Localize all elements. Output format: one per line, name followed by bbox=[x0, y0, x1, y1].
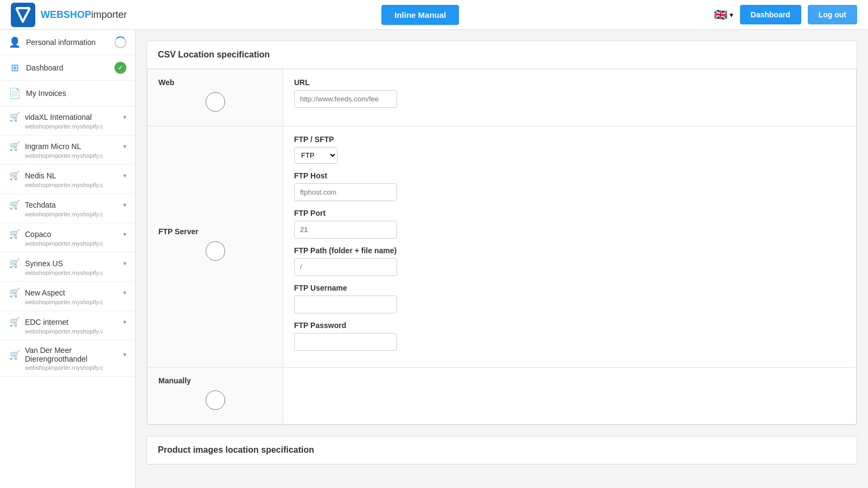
sidebar-store-edc[interactable]: 🛒 EDC internet ▾ webshopimporter.myshopi… bbox=[0, 311, 135, 341]
body-layout: 👤 Personal information ⊞ Dashboard ✓ 📄 M… bbox=[0, 30, 868, 488]
sidebar: 👤 Personal information ⊞ Dashboard ✓ 📄 M… bbox=[0, 30, 136, 488]
sidebar-store-copaco[interactable]: 🛒 Copaco ▾ webshopimporter.myshopify.c bbox=[0, 223, 135, 253]
chevron-icon: ▾ bbox=[123, 351, 126, 358]
url-field-group: URL bbox=[294, 78, 845, 108]
sidebar-store-techdata[interactable]: 🛒 Techdata ▾ webshopimporter.myshopify.c bbox=[0, 194, 135, 223]
sidebar-item-personal-info[interactable]: 👤 Personal information bbox=[0, 30, 135, 55]
store-name: EDC internet bbox=[25, 318, 119, 326]
store-url: webshopimporter.myshopify.c bbox=[9, 240, 126, 247]
store-url: webshopimporter.myshopify.c bbox=[9, 269, 126, 276]
store-url: webshopimporter.myshopify.c bbox=[9, 299, 126, 305]
logout-button[interactable]: Log out bbox=[808, 5, 857, 24]
sidebar-item-label: Personal information bbox=[26, 38, 109, 47]
row-fields-manually bbox=[283, 368, 857, 425]
cart-icon: 🛒 bbox=[9, 258, 21, 268]
cart-icon: 🛒 bbox=[9, 317, 21, 327]
language-selector[interactable]: 🇬🇧 ▾ bbox=[714, 8, 733, 21]
store-name: New Aspect bbox=[25, 288, 119, 297]
logo-area: WEBSHOPimporter bbox=[11, 3, 127, 27]
dashboard-icon: ⊞ bbox=[9, 62, 21, 74]
product-images-section: Product images location specification bbox=[146, 436, 857, 465]
product-images-title: Product images location specification bbox=[147, 436, 857, 464]
cart-icon: 🛒 bbox=[9, 350, 21, 360]
sidebar-store-new-aspect[interactable]: 🛒 New Aspect ▾ webshopimporter.myshopify… bbox=[0, 282, 135, 311]
row-fields-ftp: FTP / SFTP FTP SFTP FTP Host bbox=[283, 126, 857, 368]
row-label-ftp: FTP Server bbox=[148, 126, 283, 368]
ftp-password-field-group: FTP Password bbox=[294, 321, 845, 351]
inline-manual-button[interactable]: Inline Manual bbox=[381, 5, 459, 25]
ftp-port-field-group: FTP Port bbox=[294, 209, 845, 239]
flag-icon: 🇬🇧 bbox=[714, 8, 727, 21]
ftp-password-input[interactable] bbox=[294, 333, 397, 351]
ftp-port-label: FTP Port bbox=[294, 209, 845, 217]
store-name: Ingram Micro NL bbox=[25, 142, 119, 151]
store-name: vidaXL International bbox=[25, 113, 119, 121]
ftp-sftp-field-group: FTP / SFTP FTP SFTP bbox=[294, 135, 845, 164]
dashboard-button[interactable]: Dashboard bbox=[740, 5, 801, 24]
table-row-manually: Manually bbox=[148, 368, 857, 425]
url-label: URL bbox=[294, 78, 845, 87]
store-url: webshopimporter.myshopify.c bbox=[9, 182, 126, 188]
logo-icon bbox=[11, 3, 35, 27]
store-name: Van Der Meer Dierengroothandel bbox=[25, 346, 119, 363]
cart-icon: 🛒 bbox=[9, 141, 21, 151]
sidebar-store-nedis[interactable]: 🛒 Nedis NL ▾ webshopimporter.myshopify.c bbox=[0, 165, 135, 194]
store-url: webshopimporter.myshopify.c bbox=[9, 364, 126, 371]
sidebar-store-van-der-meer[interactable]: 🛒 Van Der Meer Dierengroothandel ▾ websh… bbox=[0, 341, 135, 377]
ftp-path-input[interactable] bbox=[294, 258, 397, 276]
radio-manually[interactable] bbox=[206, 390, 225, 410]
ftp-host-input[interactable] bbox=[294, 183, 397, 201]
cart-icon: 🛒 bbox=[9, 229, 21, 239]
ftp-username-input[interactable] bbox=[294, 296, 397, 313]
sidebar-item-label: Dashboard bbox=[26, 63, 109, 72]
ftp-sftp-label: FTP / SFTP bbox=[294, 135, 845, 144]
radio-web[interactable] bbox=[206, 92, 225, 112]
ftp-host-field-group: FTP Host bbox=[294, 171, 845, 201]
ftp-path-label: FTP Path (folder + file name) bbox=[294, 246, 845, 255]
ftp-username-label: FTP Username bbox=[294, 284, 845, 292]
store-name: Techdata bbox=[25, 201, 119, 209]
store-url: webshopimporter.myshopify.c bbox=[9, 328, 126, 335]
chevron-down-icon: ▾ bbox=[730, 11, 733, 19]
chevron-icon: ▾ bbox=[123, 172, 126, 179]
csv-table: Web URL bbox=[147, 69, 857, 425]
csv-section-title: CSV Location specification bbox=[147, 41, 857, 69]
header-center: Inline Manual bbox=[381, 5, 459, 25]
store-name: Synnex US bbox=[25, 259, 119, 268]
ftp-host-label: FTP Host bbox=[294, 171, 845, 180]
header-right: 🇬🇧 ▾ Dashboard Log out bbox=[714, 5, 857, 24]
ftp-port-input[interactable] bbox=[294, 221, 397, 239]
ftp-password-label: FTP Password bbox=[294, 321, 845, 330]
csv-location-section: CSV Location specification Web bbox=[146, 41, 857, 425]
table-row-web: Web URL bbox=[148, 69, 857, 126]
row-fields-web: URL bbox=[283, 69, 857, 126]
store-name: Copaco bbox=[25, 230, 119, 239]
cart-icon: 🛒 bbox=[9, 112, 21, 122]
chevron-icon: ▾ bbox=[123, 143, 126, 150]
row-label-web: Web bbox=[148, 69, 283, 126]
sidebar-store-ingram[interactable]: 🛒 Ingram Micro NL ▾ webshopimporter.mysh… bbox=[0, 136, 135, 165]
ftp-sftp-select[interactable]: FTP SFTP bbox=[294, 147, 337, 164]
main-content: CSV Location specification Web bbox=[136, 30, 868, 488]
cart-icon: 🛒 bbox=[9, 170, 21, 181]
ftp-path-field-group: FTP Path (folder + file name) bbox=[294, 246, 845, 276]
sidebar-item-label: My Invoices bbox=[26, 89, 126, 98]
sidebar-store-synnex[interactable]: 🛒 Synnex US ▾ webshopimporter.myshopify.… bbox=[0, 253, 135, 282]
sidebar-item-my-invoices[interactable]: 📄 My Invoices bbox=[0, 81, 135, 106]
cart-icon: 🛒 bbox=[9, 287, 21, 298]
ftp-username-field-group: FTP Username bbox=[294, 284, 845, 313]
check-badge: ✓ bbox=[114, 62, 126, 74]
store-url: webshopimporter.myshopify.c bbox=[9, 152, 126, 159]
chevron-icon: ▾ bbox=[123, 113, 126, 121]
sidebar-item-dashboard[interactable]: ⊞ Dashboard ✓ bbox=[0, 55, 135, 81]
sidebar-store-vidaxl[interactable]: 🛒 vidaXL International ▾ webshopimporter… bbox=[0, 106, 135, 136]
radio-ftp[interactable] bbox=[206, 241, 225, 261]
table-row-ftp: FTP Server FTP / SFTP FTP SFTP bbox=[148, 126, 857, 368]
chevron-icon: ▾ bbox=[123, 201, 126, 209]
chevron-icon: ▾ bbox=[123, 318, 126, 326]
url-input[interactable] bbox=[294, 90, 397, 108]
store-url: webshopimporter.myshopify.c bbox=[9, 123, 126, 130]
header: WEBSHOPimporter Inline Manual 🇬🇧 ▾ Dashb… bbox=[0, 0, 868, 30]
svg-rect-0 bbox=[11, 3, 35, 27]
logo-text: WEBSHOPimporter bbox=[41, 9, 127, 21]
